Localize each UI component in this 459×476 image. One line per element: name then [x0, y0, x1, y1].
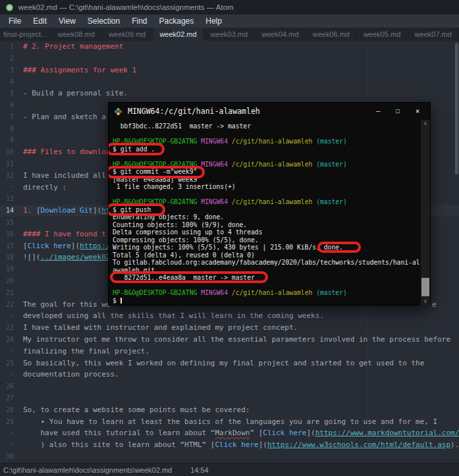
editor-token: I have talked with instructor and explai…	[23, 323, 298, 332]
menu-item-find[interactable]: Find	[126, 16, 153, 26]
terminal-token: (master)	[316, 289, 347, 296]
editor-line: 27	[0, 392, 459, 404]
line-number: 22	[0, 299, 20, 311]
editor-token: ![](	[23, 253, 41, 261]
editor-line-text: My instructor got me throw to consider a…	[20, 334, 450, 346]
tab-week02-md[interactable]: week02.md	[153, 28, 203, 41]
editor-line-tail: e	[432, 299, 437, 311]
terminal-line: HP-B&O@DESKTOP-GB2ATNG MINGW64 /c/git/ha…	[113, 289, 419, 297]
line-number: 23	[0, 322, 20, 334]
tab-week09-md[interactable]: week09.md	[102, 28, 153, 41]
editor-line: 4	[0, 76, 459, 88]
menu-item-selection[interactable]: Selection	[82, 16, 126, 26]
line-number: 17	[0, 240, 20, 252]
editor-line: •finalizing the final project.	[0, 346, 459, 357]
editor-token: finalizing the final project.	[23, 347, 149, 356]
terminal-line: Enumerating objects: 9, done.	[113, 213, 419, 221]
editor-token: ](	[307, 429, 315, 437]
editor-line: •documentation process.	[0, 369, 459, 381]
editor-token: I have included all	[23, 171, 106, 180]
terminal-line: $ git commit -m"week9"	[113, 168, 419, 176]
terminal-scrollbar[interactable]: ∧ ∨	[421, 120, 430, 305]
terminal-minimize-button[interactable]: –	[368, 103, 388, 120]
line-number: 24	[0, 334, 20, 346]
editor-line-text: So, to create a website some points must…	[20, 404, 250, 416]
menu-item-help[interactable]: Help	[200, 16, 228, 26]
editor-token: ### Files to downloa	[23, 147, 110, 156]
tab-week03-md[interactable]: week03.md	[204, 28, 255, 41]
line-number: 2	[0, 53, 20, 65]
menu-item-file[interactable]: File	[3, 16, 27, 26]
line-number: •	[0, 369, 20, 381]
terminal-token: [master e4eaa8a] week9	[113, 176, 197, 183]
editor-line-text: • You have to learn at least the basics …	[20, 416, 437, 428]
terminal-token: MINGW64	[201, 198, 232, 205]
terminal-line: bbf3bdc..8272d51 master -> master	[113, 122, 419, 130]
editor-line-text: directly :	[20, 182, 67, 194]
terminal-token: $ git add .	[113, 145, 155, 153]
terminal-token: MINGW64	[201, 138, 232, 145]
line-number: 12	[0, 170, 20, 182]
scroll-up-icon[interactable]: ∧	[421, 120, 430, 128]
menu-item-view[interactable]: View	[53, 16, 82, 26]
tab-week04-md[interactable]: week04.md	[255, 28, 306, 41]
line-number: 8	[0, 123, 20, 135]
terminal-token: $ git push	[113, 206, 151, 213]
line-number: 7	[0, 111, 20, 123]
tab-week06-md[interactable]: week06.md	[306, 28, 357, 41]
mingw64-terminal-window[interactable]: MINGW64:/c/git/hani-alawamleh – ☐ ✕ bbf3…	[108, 102, 431, 305]
terminal-maximize-button[interactable]: ☐	[388, 103, 408, 120]
editor-line-text: ### Files to downloa	[20, 146, 110, 158]
terminal-cursor	[121, 298, 122, 304]
scroll-down-icon[interactable]: ∨	[421, 298, 430, 305]
editor-token: Click here	[215, 440, 258, 449]
terminal-token: HP-B&O@DESKTOP-GB2ATNG	[113, 289, 201, 296]
editor-token: My instructor got me throw to consider a…	[23, 335, 450, 344]
terminal-token: (master)	[316, 198, 347, 205]
editor-token: # 2. Project management	[23, 42, 123, 51]
terminal-line: To gitlab.fabcloud.org:academany/fabacad…	[113, 259, 419, 267]
line-number: 30	[0, 451, 20, 463]
terminal-token: MINGW64	[201, 161, 232, 168]
terminal-token: Compressing objects: 100% (5/5), done.	[113, 236, 259, 244]
editor-line-text: documentation process.	[20, 369, 119, 381]
editor-pane[interactable]: 1# 2. Project management23### Assignment…	[0, 41, 459, 463]
cursor-position[interactable]: 14:54	[190, 466, 209, 474]
editor-token: ).	[450, 440, 459, 449]
terminal-line: $ git push	[113, 206, 419, 214]
terminal-close-button[interactable]: ✕	[408, 103, 427, 120]
editor-token: ](	[71, 242, 80, 250]
terminal-token: /c/git/hani-alawamleh	[232, 138, 316, 145]
terminal-token: 8272d51..e4eaa8a master -> master	[113, 274, 255, 281]
terminal-token: 1 file changed, 3 insertions(+)	[113, 183, 236, 190]
terminal-titlebar[interactable]: MINGW64:/c/git/hani-alawamleh – ☐ ✕	[109, 103, 430, 120]
tab-week08-md[interactable]: week08.md	[51, 28, 101, 41]
atom-window: week02.md — C:\git\hani-alawamleh\docs\a…	[0, 0, 459, 476]
menu-item-packages[interactable]: Packages	[153, 16, 200, 26]
menu-item-edit[interactable]: Edit	[27, 16, 53, 26]
terminal-title: MINGW64:/c/git/hani-alawamleh	[128, 107, 260, 116]
terminal-token: bbf3bdc..8272d51 master -> master	[113, 122, 251, 130]
editor-line: •developed using all the skills that I w…	[0, 310, 459, 322]
terminal-token: Delta compression using up to 4 threads	[113, 228, 262, 236]
tab-week05-md[interactable]: week05.md	[357, 28, 408, 41]
tab-week07-md[interactable]: week07.md	[408, 28, 459, 41]
terminal-line: HP-B&O@DESKTOP-GB2ATNG MINGW64 /c/git/ha…	[113, 161, 419, 169]
line-number: 6	[0, 99, 20, 111]
editor-token: Click here	[28, 242, 71, 250]
line-number: 28	[0, 404, 20, 416]
window-title: week02.md — C:\git\hani-alawamleh\docs\a…	[18, 3, 234, 11]
terminal-scrollbar-thumb[interactable]	[421, 278, 429, 296]
editor-scrollbar[interactable]	[455, 43, 458, 174]
line-number: 11	[0, 158, 20, 170]
terminal-line	[113, 153, 419, 161]
line-number: 29	[0, 416, 20, 428]
terminal-body[interactable]: bbf3bdc..8272d51 master -> masterHP-B&O@…	[109, 120, 430, 305]
editor-token: ### Assignments for week 1	[23, 66, 136, 74]
editor-line: 5- Build a personal site.	[0, 88, 459, 99]
editor-token: - Plan and sketch a	[23, 113, 106, 121]
tab-final-project-[interactable]: final-project...	[0, 28, 51, 41]
terminal-line: 1 file changed, 3 insertions(+)	[113, 183, 419, 191]
git-bash-icon	[114, 107, 122, 116]
editor-line: 26	[0, 381, 459, 392]
